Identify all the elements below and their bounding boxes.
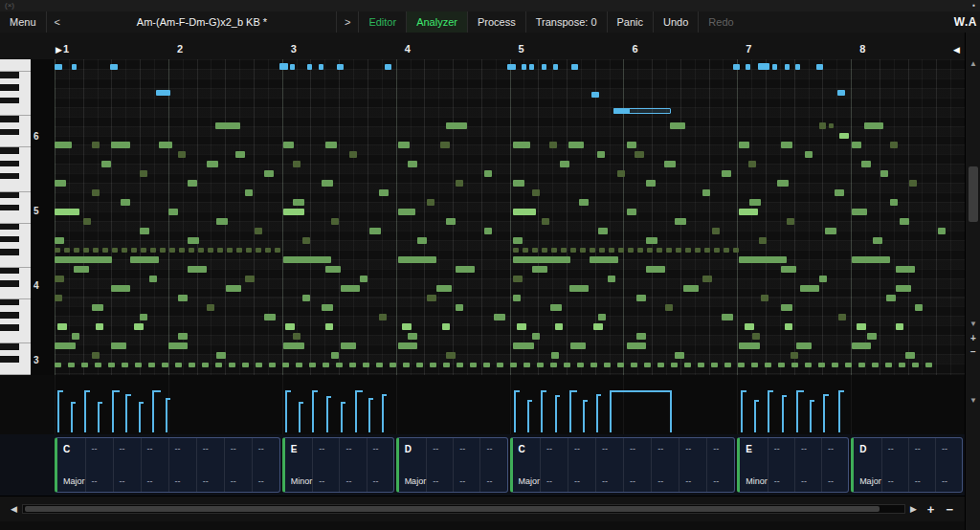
panic-button[interactable]: Panic	[607, 11, 654, 33]
piano-key[interactable]	[0, 154, 31, 161]
chord-cell[interactable]: ----	[624, 438, 652, 492]
chord-cell[interactable]: ----	[114, 438, 142, 492]
piano-key[interactable]	[0, 147, 31, 154]
piano-key[interactable]	[0, 280, 31, 287]
tab-analyzer[interactable]: Analyzer	[406, 11, 467, 33]
piano-key[interactable]	[0, 198, 31, 205]
piano-key[interactable]	[0, 255, 31, 262]
chord-cell[interactable]: DMajor	[399, 438, 428, 492]
tab-editor[interactable]: Editor	[358, 11, 406, 33]
piano-key[interactable]	[0, 192, 31, 199]
chord-cell[interactable]: ----	[568, 438, 596, 492]
piano-key[interactable]	[0, 72, 31, 78]
chord-block[interactable]: CMajor----------------------------	[510, 437, 736, 493]
piano-key[interactable]	[0, 66, 31, 73]
chord-cell[interactable]: EMinor	[285, 438, 314, 492]
piano-key[interactable]	[0, 293, 31, 299]
piano-key[interactable]	[0, 343, 31, 350]
chord-cell[interactable]: ----	[454, 438, 480, 492]
piano-key[interactable]	[0, 305, 31, 312]
piano-keyboard[interactable]	[0, 59, 31, 375]
chord-block[interactable]: EMinor------------	[282, 437, 394, 493]
chord-cell[interactable]: ----	[679, 438, 707, 492]
note-grid[interactable]	[55, 59, 965, 376]
piano-key[interactable]	[0, 122, 31, 129]
piano-key[interactable]	[0, 337, 31, 343]
v-zoom-in-button[interactable]: +	[966, 333, 980, 343]
piano-key[interactable]	[0, 274, 31, 280]
chord-cell[interactable]: ----	[253, 438, 279, 492]
chord-cell[interactable]: ----	[197, 438, 225, 492]
piano-key[interactable]	[0, 249, 31, 255]
piano-key[interactable]	[0, 173, 31, 180]
chord-cell[interactable]: ----	[313, 438, 340, 492]
window-decor-icon[interactable]: ▪	[972, 1, 975, 10]
chord-block[interactable]: CMajor----------------------------	[55, 437, 280, 493]
chord-cell[interactable]: ----	[652, 438, 679, 492]
piano-key[interactable]	[0, 91, 31, 98]
piano-key[interactable]	[0, 242, 31, 249]
piano-key[interactable]	[0, 142, 31, 148]
zoom-in-button[interactable]: +	[922, 502, 941, 517]
h-scroll-track[interactable]	[22, 504, 905, 514]
velocity-lane[interactable]	[55, 375, 965, 435]
piano-key[interactable]	[0, 161, 31, 167]
piano-key[interactable]	[0, 319, 31, 325]
scroll-left-icon[interactable]: ◀	[6, 504, 22, 514]
piano-key[interactable]	[0, 356, 31, 363]
chord-cell[interactable]: ----	[882, 438, 909, 492]
chord-cell[interactable]: DMajor	[854, 438, 882, 492]
piano-key[interactable]	[0, 166, 31, 173]
ruler[interactable]: ▶ ◀ 12345678	[0, 33, 980, 60]
menu-button[interactable]: Menu	[0, 11, 46, 33]
lane-scroll-down-icon[interactable]: ▼	[966, 396, 980, 405]
piano-key[interactable]	[0, 59, 31, 66]
piano-key[interactable]	[0, 312, 31, 319]
chord-cell[interactable]: EMinor	[740, 438, 768, 492]
piano-key[interactable]	[0, 236, 31, 243]
piano-key[interactable]	[0, 224, 31, 231]
play-marker-icon[interactable]: ▶	[56, 45, 62, 55]
piano-key[interactable]	[0, 217, 31, 224]
chord-cell[interactable]: ----	[427, 438, 454, 492]
redo-button[interactable]: Redo	[698, 11, 743, 33]
chord-cell[interactable]: ----	[596, 438, 624, 492]
piano-key[interactable]	[0, 368, 31, 375]
chord-cell[interactable]: ----	[936, 438, 962, 492]
chord-cell[interactable]: ----	[86, 438, 114, 492]
chord-cell[interactable]: ----	[822, 438, 848, 492]
piano-key[interactable]	[0, 324, 31, 331]
chord-cell[interactable]: ----	[169, 438, 197, 492]
piano-key[interactable]	[0, 84, 31, 91]
chord-cell[interactable]: CMajor	[57, 438, 86, 492]
piano-key[interactable]	[0, 186, 31, 192]
tab-process[interactable]: Process	[467, 11, 525, 33]
piano-key[interactable]	[0, 287, 31, 294]
piano-key[interactable]	[0, 110, 31, 117]
prev-pattern-button[interactable]: <	[46, 11, 68, 33]
chord-cell[interactable]: ----	[225, 438, 253, 492]
piano-key[interactable]	[0, 205, 31, 211]
chord-cell[interactable]: ----	[909, 438, 936, 492]
piano-key[interactable]	[0, 210, 31, 217]
piano-key[interactable]	[0, 78, 31, 85]
piano-key[interactable]	[0, 299, 31, 306]
piano-key[interactable]	[0, 129, 31, 136]
chord-block[interactable]: DMajor------------	[851, 437, 963, 493]
chord-cell[interactable]: ----	[795, 438, 822, 492]
next-pattern-button[interactable]: >	[336, 11, 358, 33]
piano-key[interactable]	[0, 98, 31, 104]
chord-cell[interactable]: ----	[768, 438, 795, 492]
piano-key[interactable]	[0, 103, 31, 110]
undo-button[interactable]: Undo	[653, 11, 698, 33]
chord-cell[interactable]: ----	[480, 438, 506, 492]
piano-key[interactable]	[0, 363, 31, 369]
piano-key[interactable]	[0, 116, 31, 122]
piano-key[interactable]	[0, 230, 31, 236]
chord-cell[interactable]: CMajor	[513, 438, 542, 492]
piano-key[interactable]	[0, 350, 31, 357]
chord-block[interactable]: DMajor------------	[396, 437, 508, 493]
v-zoom-out-button[interactable]: −	[966, 346, 980, 357]
piano-key[interactable]	[0, 135, 31, 142]
scroll-up-icon[interactable]: ▲	[966, 59, 980, 68]
